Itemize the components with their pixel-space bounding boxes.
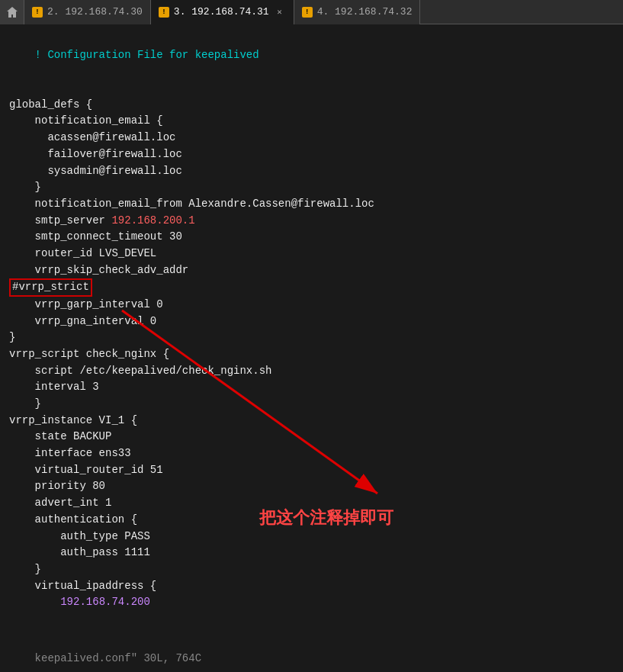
- line-advert-int: advert_int 1: [9, 495, 614, 512]
- line-global-defs: global_defs {: [9, 97, 614, 114]
- line-auth-pass: auth_pass 1111: [9, 545, 614, 561]
- line-close-script: }: [9, 396, 614, 413]
- line-vrrp-skip: vrrp_skip_check_adv_addr: [9, 262, 614, 279]
- line-smtp-timeout: smtp_connect_timeout 30: [9, 229, 614, 246]
- line-auth-type: auth_type PASS: [9, 529, 614, 545]
- line-authentication: authentication {: [9, 512, 614, 529]
- smtp-ip: 192.168.200.1: [111, 214, 194, 227]
- line-vip: 192.168.74.200: [9, 594, 614, 611]
- tab-1-icon: !: [32, 7, 43, 18]
- line-email-3: sysadmin@firewall.loc: [9, 163, 614, 180]
- tab-2-label: 3. 192.168.74.31: [174, 6, 269, 18]
- line-email-1: acassen@firewall.loc: [9, 130, 614, 146]
- line-vrrp-script: vrrp_script check_nginx {: [9, 346, 614, 363]
- tab-2-close[interactable]: ✕: [274, 6, 286, 18]
- line-virtual-ipaddress: virtual_ipaddress {: [9, 578, 614, 595]
- line-blank: [9, 80, 614, 97]
- tab-3-label: 4. 192.168.74.32: [317, 6, 413, 18]
- line-interval: interval 3: [9, 379, 614, 396]
- line-interface: interface ens33: [9, 445, 614, 462]
- tab-2[interactable]: ! 3. 192.168.74.31 ✕: [151, 0, 294, 24]
- line-smtp-server: smtp_server 192.168.200.1: [9, 213, 614, 230]
- tab-bar: ! 2. 192.168.74.30 ! 3. 192.168.74.31 ✕ …: [0, 0, 623, 24]
- title-line: ! Configuration File for keepalived: [9, 31, 614, 80]
- line-priority: priority 80: [9, 478, 614, 495]
- tab-2-icon: !: [159, 7, 169, 18]
- vip-address: 192.168.74.200: [60, 596, 150, 608]
- line-vrrp-garp: vrrp_garp_interval 0: [9, 297, 614, 313]
- line-notif-from: notification_email_from Alexandre.Cassen…: [9, 196, 614, 213]
- line-email-2: failover@firewall.loc: [9, 146, 614, 163]
- line-vrrp-instance: vrrp_instance VI_1 {: [9, 413, 614, 429]
- terminal-area: ! Configuration File for keepalived glob…: [0, 24, 623, 672]
- line-close-brace-1: }: [9, 179, 614, 196]
- line-router-id: router_id LVS_DEVEL: [9, 246, 614, 262]
- line-notif-email: notification_email {: [9, 113, 614, 130]
- line-state: state BACKUP: [9, 429, 614, 445]
- line-virtual-router-id: virtual_router_id 51: [9, 462, 614, 479]
- tab-1-label: 2. 192.168.74.30: [47, 6, 143, 18]
- line-close-global: }: [9, 330, 614, 346]
- line-vrrp-gna: vrrp_gna_interval 0: [9, 313, 614, 330]
- tab-3-icon: !: [302, 7, 313, 18]
- tab-3[interactable]: ! 4. 192.168.74.32: [294, 0, 421, 24]
- tab-1[interactable]: ! 2. 192.168.74.30: [24, 0, 151, 24]
- line-vrrp-strict: #vrrp_strict: [9, 278, 614, 297]
- vrrp-strict-highlight-box: #vrrp_strict: [9, 278, 92, 297]
- line-close-auth: }: [9, 561, 614, 578]
- status-line: keepalived.conf" 30L, 764C: [9, 651, 201, 667]
- home-icon[interactable]: [0, 0, 24, 24]
- line-script-path: script /etc/keepalived/check_nginx.sh: [9, 363, 614, 380]
